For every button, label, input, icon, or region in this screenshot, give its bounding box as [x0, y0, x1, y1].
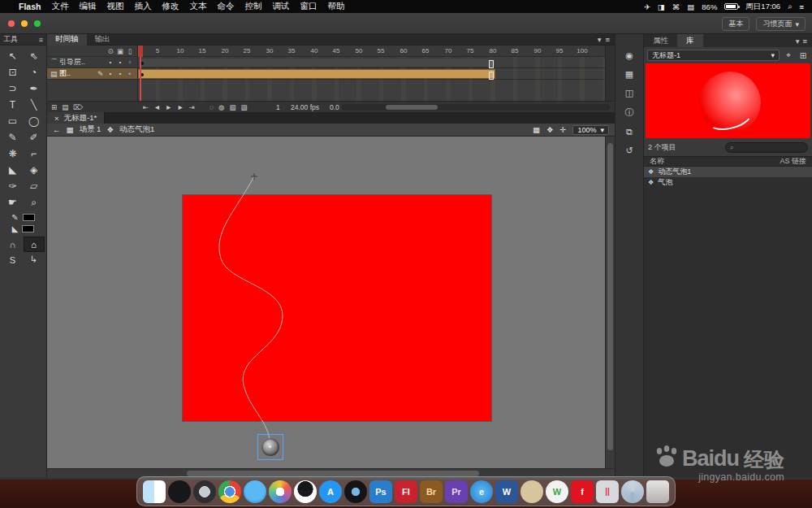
zoom-window-button[interactable]	[34, 20, 41, 27]
new-layer-icon[interactable]: ⊞	[51, 103, 57, 111]
tools-panel-menu-icon[interactable]: ≡	[39, 36, 43, 44]
tab-library[interactable]: 库	[677, 34, 703, 47]
delete-layer-icon[interactable]: ⌦	[73, 103, 83, 111]
menu-commands[interactable]: 命令	[217, 1, 234, 12]
edit-multiple-frames-icon[interactable]: ▧	[229, 103, 235, 111]
menu-clock[interactable]: 周日17:06	[745, 2, 780, 12]
menu-file[interactable]: 文件	[51, 1, 68, 12]
timeline-horizontal-scrollbar[interactable]	[341, 104, 610, 111]
layer-lock-dot[interactable]: •	[116, 70, 124, 77]
menu-insert[interactable]: 插入	[134, 1, 151, 12]
symbol-breadcrumb[interactable]: 动态气泡1	[119, 124, 154, 135]
onion-outline-icon[interactable]: ◍	[218, 103, 224, 111]
bone-tool[interactable]: ⌐	[24, 145, 45, 162]
paint-bucket-tool[interactable]: ◣	[2, 162, 24, 178]
dock-chrome-icon[interactable]	[218, 480, 241, 503]
app-menu[interactable]: Flash	[19, 2, 41, 11]
stage-zoom-select[interactable]: 100% ▾	[572, 125, 609, 135]
column-header-name[interactable]: 名称	[650, 156, 664, 167]
eraser-tool[interactable]: ▱	[24, 178, 45, 194]
info-panel-icon[interactable]: ⓘ	[625, 106, 634, 119]
layer-outline-swatch[interactable]: ▪	[126, 70, 134, 77]
minimize-window-button[interactable]	[21, 20, 28, 27]
frame-ruler[interactable]: 1 5 10 15 20 25 30 35 40 45 50 55 60 65 …	[138, 46, 605, 57]
workspace-switcher[interactable]: 习惯页面 ▾	[756, 17, 806, 31]
dock-parallels-icon[interactable]: ||	[596, 480, 619, 503]
prev-frame-icon[interactable]: ◄	[153, 103, 160, 111]
next-frame-icon[interactable]: ►	[177, 103, 184, 111]
layer-name[interactable]: 引导层..	[59, 57, 106, 67]
close-window-button[interactable]	[8, 20, 15, 27]
history-panel-icon[interactable]: ↺	[625, 145, 633, 156]
pen-tool[interactable]: ✒	[24, 80, 45, 97]
window-titlebar[interactable]: 基本 习惯页面 ▾	[0, 13, 812, 34]
transform-panel-icon[interactable]: ⧉	[626, 127, 633, 137]
dock-basket-icon[interactable]	[520, 480, 543, 503]
tween-frame-span[interactable]	[138, 69, 495, 79]
timeline-panel-menu-icon[interactable]: ≡	[605, 35, 610, 44]
frame-rate-value[interactable]: 24.00 fps	[291, 103, 319, 111]
dock-qq-icon[interactable]	[294, 480, 317, 503]
brush-tool[interactable]: ✐	[24, 129, 45, 145]
bubble-object[interactable]	[261, 438, 279, 456]
hand-tool[interactable]: ☛	[2, 194, 24, 211]
modify-markers-icon[interactable]: ▨	[241, 103, 248, 111]
dock-music-icon[interactable]	[168, 480, 191, 503]
zoom-tool[interactable]: ⌕	[24, 194, 45, 211]
deco-tool[interactable]: ❋	[2, 145, 24, 162]
dock-camera-icon[interactable]	[344, 480, 367, 503]
dock-finder-icon[interactable]	[143, 480, 166, 503]
swatches-panel-icon[interactable]: ▦	[625, 69, 633, 80]
onion-skin-icon[interactable]: ◌	[209, 103, 214, 111]
rectangle-tool[interactable]: ▭	[2, 113, 24, 129]
status-icon-3[interactable]: ⌘	[672, 2, 680, 11]
3d-rotation-tool[interactable]: ◔	[24, 64, 45, 80]
fill-color-swatch[interactable]	[22, 225, 34, 232]
library-document-select[interactable]: 无标题-1 ▾	[647, 50, 780, 61]
panel-caret-icon[interactable]: ▾	[796, 37, 800, 46]
dock-photos-icon[interactable]	[269, 480, 292, 503]
layer-visibility-dot[interactable]: •	[106, 70, 114, 77]
stage-canvas[interactable]	[183, 195, 491, 421]
library-item[interactable]: ❖ 动态气泡1	[644, 167, 812, 177]
eyedropper-tool[interactable]: ✑	[2, 178, 24, 194]
dock-bridge-icon[interactable]: Br	[420, 480, 443, 503]
guide-layer-frame-span[interactable]	[138, 58, 495, 67]
outline-all-icon[interactable]: ▯	[126, 47, 134, 55]
free-transform-tool[interactable]: ⊡	[2, 64, 24, 80]
column-header-linkage[interactable]: AS 链接	[780, 156, 806, 167]
color-panel-icon[interactable]: ◉	[625, 50, 633, 61]
panel-menu-icon[interactable]: ≡	[802, 37, 807, 46]
dock-appstore-icon[interactable]: A	[319, 480, 342, 503]
menu-edit[interactable]: 编辑	[79, 1, 96, 12]
bind-option-icon[interactable]: S	[2, 252, 24, 267]
edit-scene-icon[interactable]: ▦	[533, 125, 540, 134]
dock-premiere-icon[interactable]: Pr	[445, 480, 468, 503]
stroke-color-swatch[interactable]	[23, 214, 35, 221]
selection-tool[interactable]: ↖	[2, 48, 24, 64]
first-frame-icon[interactable]: ⇤	[143, 103, 149, 111]
pin-library-icon[interactable]: ⌖	[783, 50, 794, 61]
dock-browser-icon[interactable]: e	[470, 480, 493, 503]
stage-vertical-scrollbar[interactable]	[605, 137, 615, 468]
layer-lock-dot[interactable]: •	[116, 59, 124, 66]
new-library-panel-icon[interactable]: ⊞	[797, 50, 809, 61]
dock-photoshop-icon[interactable]: Ps	[369, 480, 392, 503]
spotlight-icon[interactable]: ⌕	[788, 2, 792, 11]
workspace-mode-button[interactable]: 基本	[722, 17, 749, 31]
snap-option-icon[interactable]: ∩	[2, 237, 24, 252]
notification-center-icon[interactable]: ≡	[799, 2, 804, 11]
layer-name[interactable]: 图..	[59, 68, 97, 79]
dock-word-icon[interactable]: W	[495, 480, 518, 503]
tab-properties[interactable]: 属性	[644, 34, 677, 47]
status-icon-4[interactable]: ▤	[687, 2, 694, 11]
playhead-handle[interactable]	[138, 46, 143, 57]
line-tool[interactable]: ╲	[24, 97, 45, 113]
edit-symbol-icon[interactable]: ❖	[546, 125, 554, 134]
menu-text[interactable]: 文本	[189, 1, 206, 12]
layer-row-image[interactable]: ▤ 图.. ✎ • • ▪	[47, 68, 137, 80]
layer-row-guide[interactable]: ⌒ 引导层.. • • ▫	[47, 57, 137, 68]
menu-control[interactable]: 控制	[244, 1, 261, 12]
back-icon[interactable]: ←	[53, 125, 61, 134]
show-hide-all-icon[interactable]: ⊙	[106, 47, 114, 55]
